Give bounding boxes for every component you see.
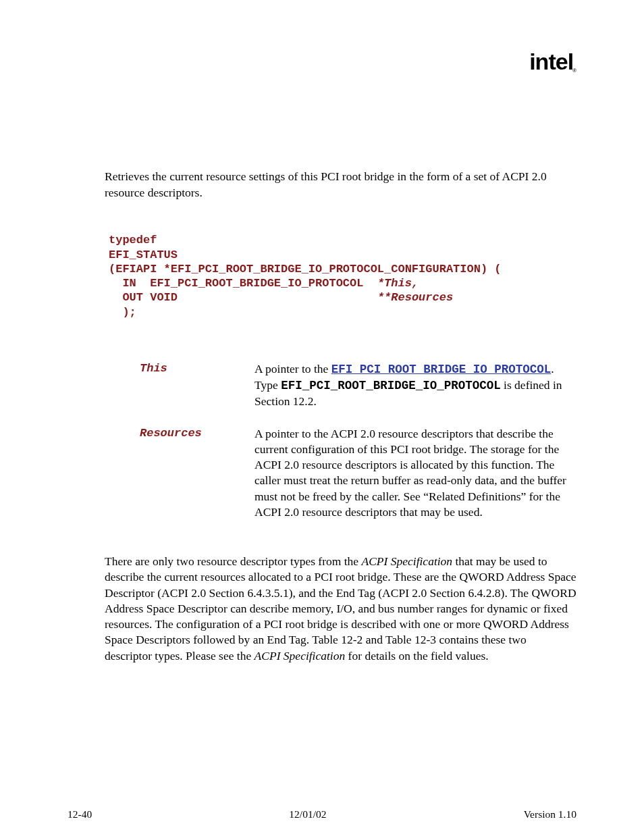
param-row-this: This A pointer to the EFI_PCI_ROOT_BRIDG… bbox=[140, 361, 576, 410]
code-param: *This, bbox=[377, 277, 419, 290]
code-line: OUT VOID bbox=[109, 291, 377, 304]
code-line: IN EFI_PCI_ROOT_BRIDGE_IO_PROTOCOL bbox=[109, 277, 377, 290]
param-row-resources: Resources A pointer to the ACPI 2.0 reso… bbox=[140, 426, 576, 521]
code-line: typedef bbox=[109, 234, 157, 246]
spec-reference: ACPI Specification bbox=[254, 649, 346, 662]
param-name: Resources bbox=[140, 426, 254, 440]
text: A pointer to the bbox=[254, 362, 331, 375]
text: that may be used to describe the current… bbox=[105, 554, 576, 662]
text: for details on the field values. bbox=[345, 649, 488, 662]
code-line: EFI_STATUS bbox=[109, 249, 178, 261]
code-line: (EFIAPI *EFI_PCI_ROOT_BRIDGE_IO_PROTOCOL… bbox=[109, 263, 502, 276]
footer-page-number: 12-40 bbox=[68, 808, 92, 820]
parameters-section: This A pointer to the EFI_PCI_ROOT_BRIDG… bbox=[140, 361, 576, 520]
code-param: **Resources bbox=[377, 291, 453, 304]
protocol-name: EFI_PCI_ROOT_BRIDGE_IO_PROTOCOL bbox=[281, 379, 501, 392]
text: There are only two resource descriptor t… bbox=[105, 554, 361, 568]
code-line: ); bbox=[109, 306, 136, 319]
description-text: There are only two resource descriptor t… bbox=[105, 554, 576, 664]
summary-text: Retrieves the current resource settings … bbox=[105, 169, 576, 201]
param-description: A pointer to the EFI_PCI_ROOT_BRIDGE_IO_… bbox=[254, 361, 576, 410]
protocol-link[interactable]: EFI_PCI_ROOT_BRIDGE_IO_PROTOCOL bbox=[331, 363, 552, 376]
page-footer: 12-40 12/01/02 Version 1.10 bbox=[68, 808, 576, 820]
param-name: This bbox=[140, 361, 254, 375]
intel-logo: intel® bbox=[529, 49, 576, 75]
footer-date: 12/01/02 bbox=[289, 808, 326, 820]
spec-reference: ACPI Specification bbox=[361, 554, 452, 568]
footer-version: Version 1.10 bbox=[524, 808, 576, 820]
prototype-code: typedef EFI_STATUS (EFIAPI *EFI_PCI_ROOT… bbox=[109, 233, 576, 319]
param-description: A pointer to the ACPI 2.0 resource descr… bbox=[254, 426, 576, 521]
